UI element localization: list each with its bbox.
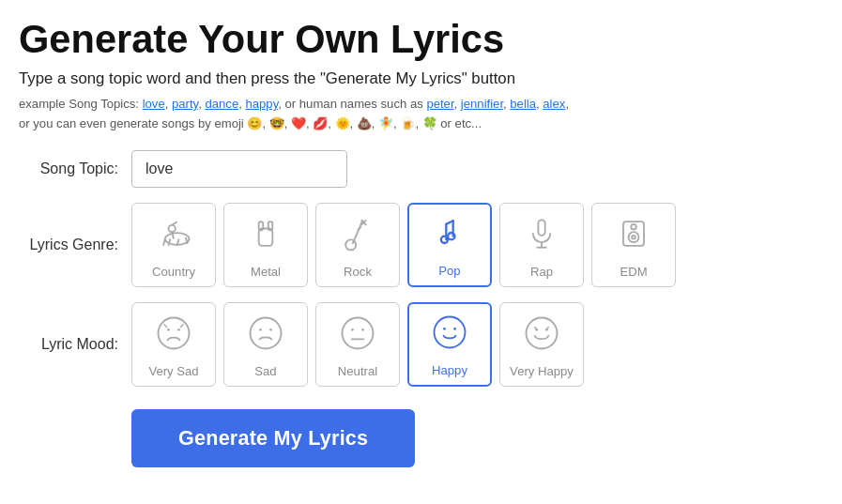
svg-line-3 <box>163 238 165 245</box>
song-topic-row: Song Topic: <box>19 150 823 188</box>
svg-point-12 <box>345 239 356 250</box>
svg-point-37 <box>453 328 456 330</box>
edm-icon <box>613 213 654 259</box>
genre-country[interactable]: Country <box>131 203 216 287</box>
metal-label: Metal <box>251 265 281 279</box>
svg-line-15 <box>358 226 361 230</box>
mood-grid: Very Sad Sad <box>131 302 584 387</box>
svg-point-31 <box>343 317 374 348</box>
happy-label: Happy <box>432 363 467 377</box>
country-icon <box>153 213 194 259</box>
rock-icon <box>337 213 378 259</box>
rock-label: Rock <box>344 265 372 279</box>
svg-point-30 <box>269 328 272 331</box>
svg-rect-18 <box>538 220 544 236</box>
svg-rect-8 <box>259 228 273 245</box>
svg-point-27 <box>177 328 180 331</box>
neutral-icon <box>337 313 378 359</box>
svg-point-24 <box>631 224 636 230</box>
svg-point-38 <box>527 317 558 348</box>
page-title: Generate Your Own Lyrics <box>19 17 823 62</box>
example-love[interactable]: love <box>143 97 165 111</box>
genre-rock[interactable]: Rock <box>315 203 400 287</box>
song-topic-label: Song Topic: <box>19 160 131 177</box>
example-party[interactable]: party <box>172 97 198 111</box>
mood-sad[interactable]: Sad <box>223 302 308 387</box>
svg-point-29 <box>259 328 262 331</box>
happy-icon <box>429 312 470 358</box>
genre-metal[interactable]: Metal <box>223 203 308 287</box>
metal-icon <box>245 213 286 259</box>
example-alex[interactable]: alex <box>543 97 565 111</box>
lyrics-genre-label: Lyrics Genre: <box>19 237 131 253</box>
svg-point-36 <box>443 328 446 330</box>
lyric-mood-row: Lyric Mood: Very Sad <box>19 302 823 387</box>
very-sad-icon <box>153 313 194 359</box>
svg-point-1 <box>169 225 176 232</box>
example-bella[interactable]: bella <box>510 97 536 111</box>
example-jennifier[interactable]: jennifier <box>461 97 503 111</box>
sad-label: Sad <box>254 364 276 378</box>
mood-very-happy[interactable]: Very Happy <box>499 302 584 387</box>
sad-icon <box>245 313 286 359</box>
svg-point-32 <box>351 328 354 331</box>
very-happy-icon <box>521 313 562 359</box>
generate-button[interactable]: Generate My Lyrics <box>131 409 415 467</box>
lyric-mood-label: Lyric Mood: <box>19 336 131 353</box>
svg-point-22 <box>629 232 639 242</box>
pop-icon <box>429 212 470 258</box>
svg-line-4 <box>169 238 171 245</box>
subtitle-text: Type a song topic word and then press th… <box>19 69 823 88</box>
svg-point-35 <box>435 316 466 347</box>
svg-line-7 <box>172 221 177 225</box>
pop-label: Pop <box>438 264 460 278</box>
svg-point-26 <box>167 328 170 331</box>
rap-icon <box>521 213 562 259</box>
svg-point-23 <box>632 236 635 239</box>
very-sad-label: Very Sad <box>148 364 198 378</box>
svg-point-28 <box>251 317 282 348</box>
genre-edm[interactable]: EDM <box>591 203 676 287</box>
song-topic-input[interactable] <box>131 150 347 188</box>
example-dance[interactable]: dance <box>205 97 238 111</box>
mood-very-sad[interactable]: Very Sad <box>131 302 216 387</box>
lyrics-genre-row: Lyrics Genre: Country <box>19 203 823 287</box>
genre-rap[interactable]: Rap <box>499 203 584 287</box>
country-label: Country <box>152 265 195 279</box>
example-happy[interactable]: happy <box>246 97 279 111</box>
example-peter[interactable]: peter <box>426 97 453 111</box>
svg-point-17 <box>448 233 454 239</box>
rap-label: Rap <box>530 265 553 279</box>
mood-happy[interactable]: Happy <box>407 302 492 387</box>
genre-grid: Country Metal <box>131 203 676 287</box>
neutral-label: Neutral <box>338 364 377 378</box>
examples-text: example Song Topics: love, party, dance,… <box>19 94 823 133</box>
very-happy-label: Very Happy <box>510 364 574 378</box>
edm-label: EDM <box>620 265 647 279</box>
svg-point-33 <box>361 328 364 331</box>
mood-neutral[interactable]: Neutral <box>315 302 400 387</box>
svg-point-25 <box>159 317 190 348</box>
genre-pop[interactable]: Pop <box>407 203 492 287</box>
svg-point-16 <box>441 236 448 242</box>
